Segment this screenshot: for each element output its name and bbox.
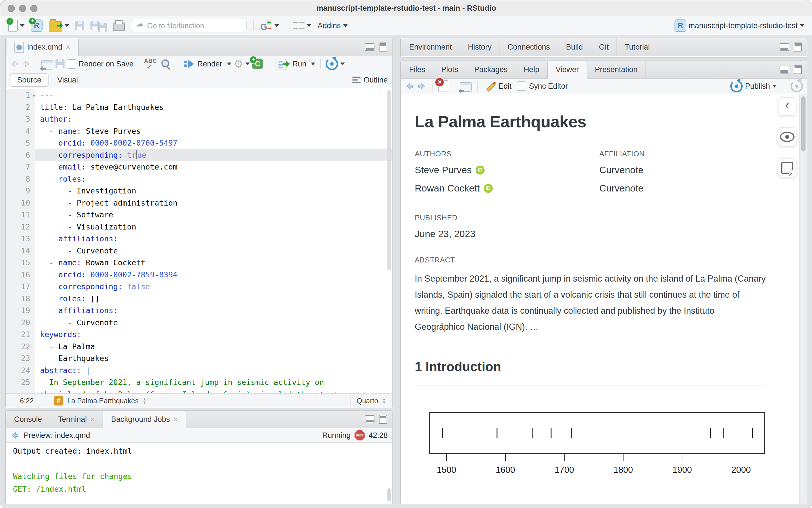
code-line[interactable]: 2title: La Palma Earthquakes <box>6 101 392 114</box>
tab-build[interactable]: Build <box>558 38 591 56</box>
chevron-down-icon[interactable] <box>227 62 231 65</box>
forward-icon[interactable] <box>417 82 427 90</box>
minimize-window-button[interactable] <box>19 5 26 12</box>
refresh-icon[interactable] <box>790 80 803 92</box>
zoom-window-button[interactable] <box>30 5 37 12</box>
code-line[interactable]: 18 roles: [] <box>6 293 392 305</box>
code-line[interactable]: 24abstract: | <box>6 365 392 377</box>
close-icon[interactable] <box>66 43 71 51</box>
chevron-down-icon[interactable] <box>311 62 315 65</box>
maximize-pane-icon[interactable] <box>794 43 802 51</box>
new-project-button[interactable] <box>29 18 45 33</box>
publish-button[interactable]: Publish <box>728 79 779 93</box>
code-line[interactable]: 7 email: steve@curvenote.com <box>6 161 392 173</box>
editor-scrollbar[interactable] <box>388 90 391 270</box>
version-control-button[interactable] <box>258 18 281 33</box>
tab-files[interactable]: Files <box>401 61 433 78</box>
code-line[interactable]: 4 - name: Steve Purves <box>6 125 392 137</box>
tab-console[interactable]: Console <box>6 411 50 428</box>
open-file-button[interactable] <box>46 18 71 33</box>
outline-button[interactable]: Outline <box>352 76 388 84</box>
spellcheck-icon[interactable] <box>144 58 159 70</box>
code-line[interactable]: 13 affiliations: <box>6 233 392 245</box>
orcid-icon[interactable] <box>484 184 493 193</box>
back-icon[interactable] <box>10 431 20 439</box>
rendered-document[interactable]: La Palma Earthquakes AUTHORS Steve Purve… <box>401 94 800 504</box>
project-menu-button[interactable]: manuscript-template-rstudio-test <box>672 18 807 33</box>
code-line[interactable]: 17 corresponding: false <box>6 281 392 293</box>
code-line[interactable]: 6 corresponding: true <box>6 149 392 161</box>
code-line[interactable]: 11 - Software <box>6 209 392 221</box>
save-icon[interactable] <box>55 59 65 69</box>
code-line[interactable]: 5 orcid: 0000-0002-0760-5497 <box>6 137 392 149</box>
rerun-icon[interactable] <box>326 58 338 70</box>
goto-input[interactable] <box>147 21 242 31</box>
tab-tutorial[interactable]: Tutorial <box>617 38 658 56</box>
minimize-pane-icon[interactable] <box>365 415 374 423</box>
back-icon[interactable] <box>10 60 19 68</box>
open-in-new-window-icon[interactable] <box>41 60 53 70</box>
workspace-panes-button[interactable] <box>290 19 314 32</box>
code-line[interactable]: 8 roles: <box>6 173 392 185</box>
maximize-pane-icon[interactable] <box>379 415 387 424</box>
open-in-new-window-icon[interactable] <box>460 82 472 92</box>
render-button[interactable]: Render <box>181 58 225 70</box>
code-line[interactable]: 14 - Curvenote <box>6 245 392 257</box>
code-line[interactable]: 12 - Visualization <box>6 221 392 233</box>
save-all-button[interactable] <box>88 20 109 31</box>
tab-terminal[interactable]: Terminal <box>50 411 103 428</box>
save-button[interactable] <box>73 20 86 31</box>
sync-editor-checkbox[interactable] <box>517 81 526 91</box>
annotate-button[interactable] <box>778 158 797 177</box>
code-line[interactable]: 23 - Earthquakes <box>6 352 392 365</box>
code-line[interactable]: the island of La Palma (Canary Islands, … <box>6 389 392 394</box>
format-selector[interactable]: Quarto <box>350 394 392 408</box>
source-mode-button[interactable]: Source <box>10 74 48 87</box>
insert-chunk-icon[interactable] <box>252 58 263 69</box>
viewer-scrollbar-track[interactable] <box>799 94 807 504</box>
tab-help[interactable]: Help <box>516 61 548 78</box>
code-line[interactable]: 10 - Project administration <box>6 197 392 209</box>
maximize-pane-icon[interactable] <box>794 65 802 74</box>
code-line[interactable]: 3author: <box>6 113 392 125</box>
tab-background-jobs[interactable]: Background Jobs <box>103 411 186 428</box>
tab-plots[interactable]: Plots <box>433 61 466 78</box>
tab-viewer[interactable]: Viewer <box>547 61 587 79</box>
close-icon[interactable] <box>90 415 95 423</box>
gear-icon[interactable] <box>234 58 243 69</box>
chevron-down-icon[interactable] <box>245 62 250 65</box>
minimize-pane-icon[interactable] <box>780 66 789 74</box>
search-icon[interactable] <box>161 59 171 69</box>
render-on-save-checkbox[interactable] <box>67 59 76 69</box>
tab-index-qmd[interactable]: index.qmd <box>6 38 79 56</box>
code-line[interactable]: 15 - name: Rowan Cockett <box>6 257 392 269</box>
minimize-pane-icon[interactable] <box>780 43 789 51</box>
code-line[interactable]: 20 - Curvenote <box>6 317 392 329</box>
console-output[interactable]: Output created: index.htmlWatching files… <box>6 443 392 504</box>
stop-icon[interactable] <box>355 430 365 440</box>
viewer-scrollbar-thumb[interactable] <box>801 96 806 152</box>
code-line[interactable]: 9 - Investigation <box>6 185 392 197</box>
reader-view-button[interactable] <box>778 127 797 146</box>
visual-mode-button[interactable]: Visual <box>51 74 85 86</box>
code-line[interactable]: 16 orcid: 0000-0002-7859-8394 <box>6 269 392 281</box>
section-selector[interactable]: La Palma Earthquakes <box>48 396 350 406</box>
code-line[interactable]: 1--- <box>6 89 392 101</box>
clear-viewer-icon[interactable] <box>438 80 448 92</box>
edit-button[interactable]: Edit <box>483 80 514 93</box>
tab-environment[interactable]: Environment <box>401 38 460 56</box>
addins-button[interactable]: Addins <box>315 20 350 31</box>
tab-git[interactable]: Git <box>591 38 617 56</box>
back-icon[interactable] <box>405 82 414 90</box>
code-editor[interactable]: 1---2title: La Palma Earthquakes3author:… <box>6 88 392 393</box>
new-file-button[interactable] <box>6 18 27 33</box>
code-line[interactable]: 19 affiliations: <box>6 305 392 317</box>
collapse-panel-button[interactable] <box>778 97 796 116</box>
tab-history[interactable]: History <box>460 38 500 56</box>
code-line[interactable]: 25 In September 2021, a significant jump… <box>6 377 392 389</box>
chevron-down-icon[interactable] <box>340 62 345 65</box>
orcid-icon[interactable] <box>476 166 485 175</box>
maximize-pane-icon[interactable] <box>379 43 387 51</box>
minimize-pane-icon[interactable] <box>365 43 374 51</box>
code-line[interactable]: 21keywords: <box>6 329 392 341</box>
